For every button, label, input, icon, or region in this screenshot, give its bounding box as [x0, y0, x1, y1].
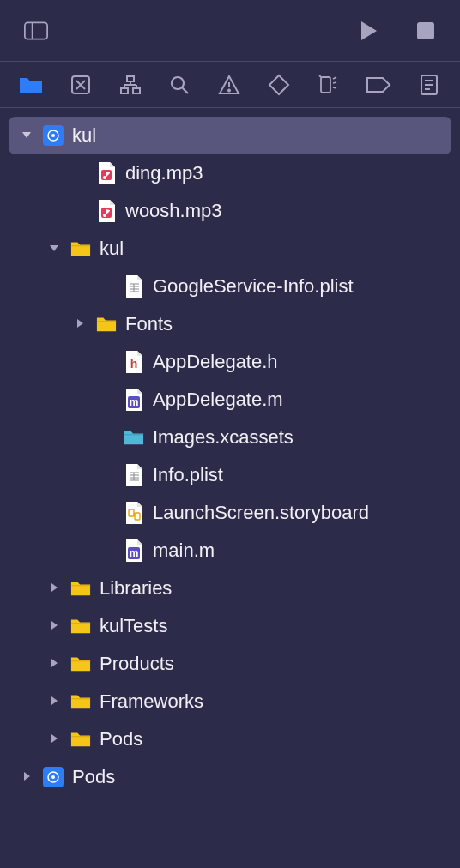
tree-item[interactable]: m AppDelegate.m	[9, 381, 451, 419]
folder-icon	[70, 727, 91, 751]
impl-file-icon: m	[124, 539, 144, 563]
svg-line-20	[333, 82, 336, 83]
tree-item[interactable]: woosh.mp3	[9, 192, 451, 230]
svg-text:m: m	[130, 396, 139, 408]
tree-item-label: kulTests	[100, 615, 167, 637]
find-navigator-icon[interactable]	[167, 72, 191, 98]
assets-folder-icon	[124, 425, 144, 449]
chevron-right-icon[interactable]	[19, 769, 34, 785]
svg-line-15	[182, 87, 188, 93]
project-navigator-tree: kul ding.mp3 woosh.mp3 kul GoogleService…	[0, 108, 460, 796]
tree-item-label: LaunchScreen.storyboard	[153, 502, 369, 524]
svg-rect-7	[127, 76, 134, 81]
folder-icon	[70, 237, 91, 261]
chevron-right-icon[interactable]	[46, 694, 62, 709]
tree-item-label: woosh.mp3	[125, 200, 222, 222]
svg-text:h: h	[130, 357, 138, 371]
chevron-right-icon[interactable]	[46, 581, 62, 596]
tree-item[interactable]: Info.plist	[9, 456, 451, 494]
window-toolbar	[0, 0, 460, 62]
plist-file-icon	[124, 274, 144, 298]
chevron-down-icon[interactable]	[46, 241, 62, 256]
tree-item-root[interactable]: kul	[9, 117, 451, 154]
symbol-navigator-icon[interactable]	[118, 72, 142, 98]
folder-icon	[96, 312, 117, 336]
tree-item-label: Libraries	[100, 577, 172, 600]
issue-navigator-icon[interactable]	[217, 72, 241, 98]
debug-navigator-icon[interactable]	[317, 72, 341, 98]
tree-item-label: kul	[100, 238, 124, 260]
tree-item-folder[interactable]: Frameworks	[9, 683, 451, 720]
tree-item-label: AppDelegate.m	[153, 389, 283, 411]
folder-icon	[70, 652, 91, 676]
report-navigator-icon[interactable]	[417, 72, 441, 98]
tree-item-label: Info.plist	[153, 464, 223, 486]
storyboard-file-icon	[124, 501, 144, 525]
folder-icon	[70, 614, 91, 638]
svg-rect-44	[124, 434, 143, 435]
tree-item-folder[interactable]: Libraries	[9, 570, 451, 607]
tree-item-label: AppDelegate.h	[153, 351, 278, 373]
svg-line-19	[333, 77, 336, 79]
svg-line-21	[333, 87, 336, 88]
tree-item[interactable]: m main.m	[9, 532, 451, 570]
chevron-right-icon[interactable]	[46, 732, 62, 747]
chevron-down-icon[interactable]	[19, 128, 34, 143]
toggle-sidebar-icon[interactable]	[24, 21, 48, 40]
chevron-right-icon[interactable]	[46, 618, 62, 634]
svg-line-22	[319, 75, 322, 78]
source-control-navigator-icon[interactable]	[69, 72, 93, 98]
stop-icon[interactable]	[414, 21, 438, 40]
tree-item[interactable]: GoogleService-Info.plist	[9, 268, 451, 305]
tree-item-folder[interactable]: kul	[9, 230, 451, 268]
navigator-toolbar	[0, 62, 460, 108]
app-project-icon	[43, 124, 64, 148]
svg-rect-8	[121, 88, 128, 93]
tree-item-root[interactable]: Pods	[9, 758, 451, 796]
tree-item[interactable]: LaunchScreen.storyboard	[9, 494, 451, 532]
svg-rect-40	[97, 321, 116, 322]
header-file-icon: h	[124, 350, 144, 374]
svg-point-61	[51, 775, 55, 779]
tree-item-folder[interactable]: Fonts	[9, 305, 451, 343]
tree-item-label: Fonts	[125, 313, 172, 335]
audio-file-icon	[96, 199, 117, 223]
tree-item-label: ding.mp3	[125, 162, 203, 184]
svg-rect-34	[71, 245, 90, 246]
run-icon[interactable]	[357, 21, 381, 40]
tree-item-label: Pods	[72, 766, 115, 788]
tree-item-folder[interactable]: Pods	[9, 720, 451, 758]
svg-rect-55	[71, 623, 90, 624]
svg-point-29	[51, 134, 55, 137]
svg-rect-3	[20, 78, 27, 81]
breakpoint-navigator-icon[interactable]	[366, 72, 391, 98]
impl-file-icon: m	[124, 388, 144, 412]
svg-rect-56	[71, 660, 90, 661]
svg-rect-57	[71, 698, 90, 699]
tree-item-label: kul	[72, 124, 96, 147]
tree-item[interactable]: ding.mp3	[9, 154, 451, 192]
project-navigator-icon[interactable]	[19, 72, 43, 98]
svg-rect-54	[71, 585, 90, 586]
test-navigator-icon[interactable]	[267, 72, 291, 98]
tree-item-label: Pods	[100, 728, 142, 750]
svg-point-14	[172, 77, 184, 89]
audio-file-icon	[96, 161, 117, 185]
svg-rect-0	[25, 22, 47, 39]
chevron-right-icon[interactable]	[72, 316, 88, 332]
folder-icon	[70, 690, 91, 714]
tree-item[interactable]: h AppDelegate.h	[9, 343, 451, 381]
svg-point-17	[228, 89, 230, 91]
tree-item-label: Frameworks	[100, 690, 203, 713]
svg-text:m: m	[130, 547, 139, 559]
folder-icon	[70, 576, 91, 600]
plist-file-icon	[124, 463, 144, 487]
tree-item-folder[interactable]: Products	[9, 645, 451, 683]
svg-rect-2	[417, 22, 434, 39]
tree-item-folder[interactable]: kulTests	[9, 607, 451, 645]
svg-rect-9	[133, 88, 140, 93]
tree-item[interactable]: Images.xcassets	[9, 419, 451, 456]
tree-item-label: Products	[100, 653, 174, 675]
chevron-right-icon[interactable]	[46, 656, 62, 672]
svg-rect-58	[71, 736, 90, 737]
